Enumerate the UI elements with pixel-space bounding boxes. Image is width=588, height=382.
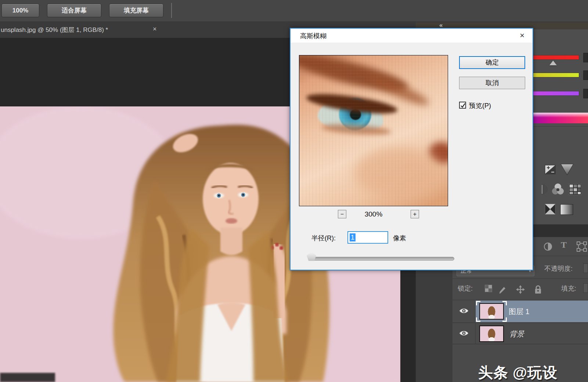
brightness-contrast-icon[interactable]: [545, 164, 556, 175]
fill-screen-button[interactable]: 填充屏幕: [109, 4, 163, 17]
toolbar-separator: [171, 3, 172, 18]
filter-adjustment-icon[interactable]: [544, 242, 552, 251]
layer-row-layer1[interactable]: 图层 1: [452, 301, 588, 322]
layer1-thumbnail[interactable]: [479, 303, 504, 320]
tab-close-icon[interactable]: ×: [153, 25, 157, 33]
radius-slider-handle[interactable]: [307, 252, 316, 261]
preview-zoom-out-button[interactable]: −: [338, 210, 346, 218]
red-value-box[interactable]: [583, 53, 588, 62]
channel-mixer-icon[interactable]: [569, 183, 582, 195]
dialog-close-icon[interactable]: ×: [520, 31, 524, 40]
filter-shape-icon[interactable]: [577, 241, 587, 252]
filter-type-icon[interactable]: T: [561, 240, 567, 250]
layer1-name[interactable]: 图层 1: [509, 307, 530, 317]
color-balance-icon[interactable]: [551, 182, 565, 196]
selection-bracket: [476, 317, 480, 322]
lock-label: 锁定:: [458, 284, 473, 293]
pixelation-overlay: [299, 55, 448, 206]
gradient-map-icon[interactable]: [560, 204, 573, 215]
preview-checkbox-label: 预览(P): [469, 101, 491, 110]
lock-move-icon[interactable]: [516, 285, 525, 294]
preview-zoom-in-button[interactable]: +: [411, 210, 419, 218]
invert-icon[interactable]: [545, 204, 556, 215]
lock-all-icon[interactable]: [534, 285, 542, 294]
visibility-cell: [452, 323, 476, 344]
opacity-value-box[interactable]: [583, 263, 588, 273]
background-layer-name[interactable]: 背景: [509, 329, 524, 339]
lock-paint-brush-icon[interactable]: [498, 285, 508, 294]
radius-input[interactable]: 1: [347, 231, 388, 244]
photoshop-window: «: [0, 0, 588, 382]
view-options-toolbar: 100% 适合屏幕 填充屏幕: [0, 0, 588, 21]
radius-unit-label: 像素: [393, 234, 406, 243]
opacity-label: 不透明度:: [544, 264, 573, 273]
document-tab[interactable]: unsplash.jpg @ 50% (图层 1, RGB/8) *: [1, 26, 108, 34]
layer1-visibility-eye-icon[interactable]: [459, 307, 469, 314]
radius-value-selected: 1: [350, 233, 356, 241]
background-thumbnail[interactable]: [479, 325, 504, 342]
selection-bracket: [476, 301, 480, 305]
radius-label: 半径(R):: [311, 234, 336, 243]
lock-row: 锁定: 填充:: [452, 279, 588, 300]
selection-bracket: [502, 317, 507, 322]
layer-row-background[interactable]: 背景: [452, 323, 588, 344]
levels-icon[interactable]: [560, 163, 574, 176]
lock-transparency-icon[interactable]: [485, 285, 492, 292]
check-icon: [460, 103, 466, 108]
preview-checkbox[interactable]: [459, 102, 466, 109]
fit-screen-button[interactable]: 适合屏幕: [47, 4, 101, 17]
watermark-text: 头条 @玩设: [463, 363, 573, 382]
green-value-box[interactable]: [583, 70, 588, 80]
background-visibility-eye-icon[interactable]: [459, 330, 469, 337]
blue-value-box[interactable]: [583, 89, 588, 98]
visibility-cell: [452, 301, 476, 322]
zoom-100-button[interactable]: 100%: [1, 4, 39, 17]
ok-button[interactable]: 确定: [459, 56, 525, 69]
selection-bracket: [502, 301, 507, 305]
gaussian-blur-dialog: 高斯模糊 × − 300% + 确定 取消: [290, 28, 533, 270]
dialog-title: 高斯模糊: [300, 32, 327, 40]
fill-label: 填充:: [561, 284, 576, 293]
preview-zoom-level: 300%: [353, 210, 394, 218]
blur-preview-area[interactable]: [299, 55, 448, 206]
cancel-button[interactable]: 取消: [459, 77, 525, 89]
red-slider-handle[interactable]: [549, 61, 557, 65]
radius-slider-track[interactable]: [310, 257, 454, 261]
fill-value-box[interactable]: [583, 283, 588, 293]
hue-saturation-icon[interactable]: [542, 183, 548, 195]
dialog-titlebar[interactable]: 高斯模糊 ×: [291, 29, 533, 43]
